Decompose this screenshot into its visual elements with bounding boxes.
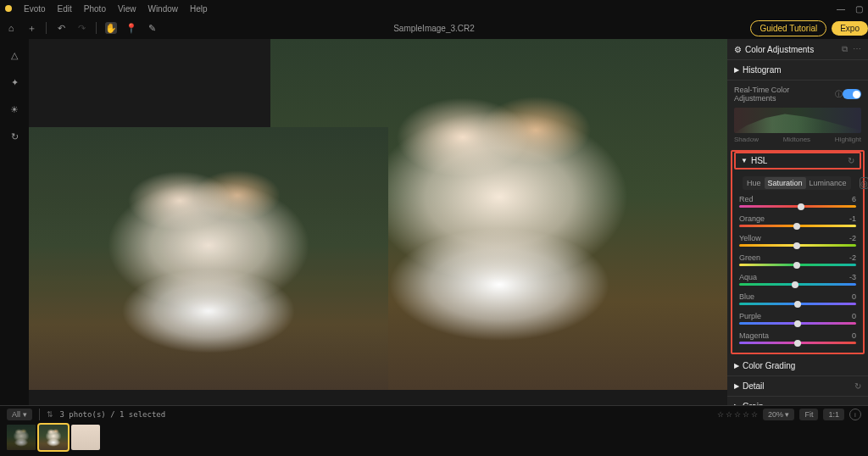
slider-thumb[interactable] [794,320,801,327]
section-histogram[interactable]: ▶Histogram [727,60,868,81]
star-icon[interactable]: ☆ [726,410,732,419]
star-icon[interactable]: ☆ [717,410,724,419]
hsl-slider-aqua[interactable]: Aqua-3 [732,271,863,291]
filter-select[interactable]: All ▾ [7,409,32,420]
menu-edit[interactable]: Edit [58,4,72,14]
star-icon[interactable]: ☆ [743,410,749,419]
hsl-slider-orange[interactable]: Orange-1 [732,213,863,232]
sun-tool-icon[interactable]: ☀ [7,102,22,117]
star-icon[interactable]: ☆ [751,410,758,419]
slider-value[interactable]: -2 [849,234,856,242]
bottom-bar: All ▾ ⇅ 3 photo(s) / 1 selected ☆ ☆ ☆ ☆ … [0,405,868,456]
slider-value[interactable]: -2 [849,253,856,262]
guided-tutorial-button[interactable]: Guided Tutorial [750,20,826,36]
tab-luminance[interactable]: Luminance [806,177,850,189]
sparkle-tool-icon[interactable]: ✦ [7,75,22,90]
slider-thumb[interactable] [793,262,800,269]
hsl-header[interactable]: ▼HSL ↻ [734,152,861,170]
section-color-grading[interactable]: ▶Color Grading [727,356,868,376]
slider-value[interactable]: 6 [852,195,856,203]
histogram-graph[interactable] [734,108,861,133]
hsl-title: HSL [751,156,767,165]
menu-window[interactable]: Window [147,4,178,14]
sort-icon[interactable]: ⇅ [47,410,53,419]
undo-icon[interactable]: ↶ [55,22,67,34]
copy-panel-icon[interactable]: ⧉ [842,44,848,54]
divider [46,22,47,34]
slider-value[interactable]: 0 [852,292,856,301]
image-before [29,127,388,390]
slider-value[interactable]: 0 [852,331,856,340]
slider-thumb[interactable] [794,340,801,347]
info-icon[interactable]: ⓘ [835,89,843,100]
slider-value[interactable]: 0 [852,312,856,320]
detail-reset-icon[interactable]: ↻ [854,381,861,391]
one-to-one-button[interactable]: 1:1 [823,409,844,420]
slider-track[interactable] [739,205,856,208]
tab-hue[interactable]: Hue [743,177,765,189]
slider-label: Aqua [739,273,757,281]
more-panel-icon[interactable]: ⋯ [853,44,861,54]
hsl-slider-purple[interactable]: Purple0 [732,310,863,330]
hist-label-highlight: Highlight [835,136,861,143]
slider-thumb[interactable] [792,281,798,288]
tab-saturation[interactable]: Saturation [765,177,806,189]
slider-value[interactable]: -3 [849,273,856,281]
menu-photo[interactable]: Photo [84,4,106,14]
menu-help[interactable]: Help [190,4,208,14]
hsl-slider-green[interactable]: Green-2 [732,252,863,271]
slider-track[interactable] [739,244,856,247]
slider-label: Red [739,195,754,203]
info-button[interactable]: i [849,409,861,420]
add-icon[interactable]: ＋ [25,22,37,34]
target-adjust-icon[interactable]: ◎ [860,177,868,189]
pin-tool-icon[interactable]: 📍 [125,22,137,34]
minimize-icon[interactable]: — [837,4,845,14]
section-detail[interactable]: ▶Detail ↻ [727,376,868,397]
hand-tool-icon[interactable]: ✋ [105,22,117,34]
home-icon[interactable]: ⌂ [5,22,17,34]
slider-track[interactable] [739,303,856,305]
maximize-icon[interactable]: ▢ [855,4,863,14]
hsl-slider-red[interactable]: Red6 [732,193,863,213]
slider-track[interactable] [739,225,856,227]
slider-thumb[interactable] [793,223,800,230]
histogram-labels: Shadow Midtones Highlight [727,136,868,148]
eyedropper-icon[interactable]: ✎ [146,22,158,34]
slider-value[interactable]: -1 [849,214,856,223]
hsl-slider-magenta[interactable]: Magenta0 [732,330,863,349]
canvas-compare-view[interactable] [29,39,727,405]
triangle-tool-icon[interactable]: △ [7,47,22,63]
fit-button[interactable]: Fit [799,409,818,420]
menu-view[interactable]: View [118,4,136,14]
history-tool-icon[interactable]: ↻ [7,129,22,144]
hsl-slider-yellow[interactable]: Yellow-2 [732,232,863,252]
thumbnail-selected[interactable] [39,425,68,450]
app-logo [5,5,12,12]
section-grain[interactable]: ▶Grain [727,397,868,405]
rtc-toggle[interactable] [843,89,861,99]
hsl-slider-blue[interactable]: Blue0 [732,291,863,310]
thumbnail[interactable] [7,425,36,450]
slider-thumb[interactable] [798,203,804,210]
chevron-right-icon: ▶ [734,403,739,405]
menu-evoto[interactable]: Evoto [24,4,46,14]
slider-label: Blue [739,292,754,301]
redo-icon[interactable]: ↷ [75,22,87,34]
slider-track[interactable] [739,283,856,286]
slider-track[interactable] [739,264,856,266]
slider-label: Orange [739,214,765,223]
star-icon[interactable]: ☆ [734,410,741,419]
hsl-tabs: Hue Saturation Luminance [743,176,851,190]
slider-track[interactable] [739,342,856,344]
thumbnail[interactable] [71,425,100,450]
filmstrip-status: 3 photo(s) / 1 selected [60,410,166,419]
zoom-select[interactable]: 20% ▾ [763,409,795,420]
slider-track[interactable] [739,322,856,325]
slider-thumb[interactable] [793,242,800,249]
rating-stars[interactable]: ☆ ☆ ☆ ☆ ☆ [717,410,758,419]
hist-label-shadow: Shadow [734,136,759,143]
slider-thumb[interactable] [794,301,801,308]
export-button[interactable]: Expo [832,21,868,36]
hsl-reset-icon[interactable]: ↻ [848,156,854,165]
